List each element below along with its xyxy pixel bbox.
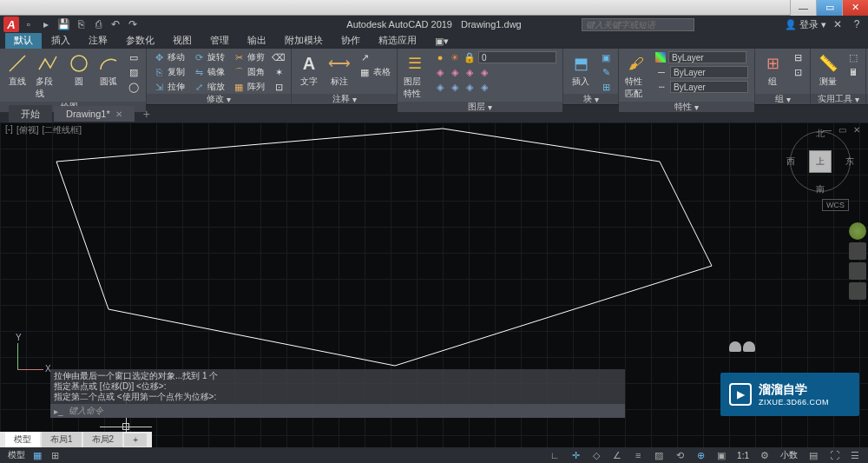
status-decimal[interactable]: 小数: [778, 449, 800, 461]
lineweight-combo[interactable]: ─ByLayer: [653, 65, 751, 79]
customize-button[interactable]: ☰: [847, 449, 863, 461]
chevron-down-icon[interactable]: ▾: [595, 95, 599, 104]
close-button[interactable]: ✕: [842, 0, 868, 16]
cycling-toggle[interactable]: ⟲: [672, 449, 687, 461]
erase-button[interactable]: ⌫: [270, 50, 287, 64]
minimize-button[interactable]: —: [790, 0, 816, 16]
polar-toggle[interactable]: ✛: [568, 449, 583, 461]
offset-button[interactable]: ⊡: [270, 80, 287, 94]
viewcube[interactable]: 北 南 东 西 上: [790, 131, 851, 192]
command-input[interactable]: ▸_ 键入命令: [50, 404, 625, 418]
exchange-icon[interactable]: ✕: [830, 17, 845, 32]
zoom-button[interactable]: [849, 262, 866, 280]
ungroup[interactable]: ⊟: [789, 50, 806, 64]
stretch-button[interactable]: ⇲拉伸: [150, 80, 187, 94]
create-block[interactable]: ▣: [597, 50, 615, 64]
tab-start[interactable]: 开始: [9, 105, 52, 123]
text-button[interactable]: A文字: [295, 50, 323, 89]
viewcube-face[interactable]: 上: [809, 150, 832, 173]
measure-button[interactable]: 📏测量: [814, 50, 842, 89]
drawing-canvas[interactable]: [-] [俯视] [二维线框] — ▭ ✕ Y X 北 南 东 西 上 WCS …: [0, 122, 868, 447]
tab-manage[interactable]: 管理: [201, 32, 238, 49]
transparency-toggle[interactable]: ▨: [651, 449, 667, 461]
grid-toggle[interactable]: ▦: [30, 449, 45, 461]
trim-button[interactable]: ✂修剪: [230, 50, 267, 64]
ortho-toggle[interactable]: ∟: [547, 449, 562, 461]
explode-button[interactable]: ✶: [270, 65, 287, 79]
arc-button[interactable]: 圆弧: [95, 50, 122, 89]
scale-button[interactable]: ⤢缩放: [190, 80, 227, 94]
orbit-button[interactable]: [849, 282, 866, 300]
attr-block[interactable]: ⊞: [597, 80, 615, 94]
chevron-down-icon[interactable]: ▾: [786, 95, 791, 104]
new-icon[interactable]: ▫: [21, 17, 36, 32]
table-button[interactable]: ▦表格: [356, 65, 393, 79]
tab-parametric[interactable]: 参数化: [117, 32, 163, 49]
tab-collab[interactable]: 协作: [332, 32, 369, 49]
layer-state[interactable]: ●☀🔒0: [431, 50, 559, 64]
circle-button[interactable]: 圆: [66, 50, 93, 89]
fillet-button[interactable]: ⌒圆角: [230, 65, 267, 79]
help-search-input[interactable]: [582, 18, 694, 31]
tab-annotate[interactable]: 注释: [80, 32, 116, 49]
rect-button[interactable]: ▭: [125, 50, 142, 64]
tab-view[interactable]: 视图: [164, 32, 201, 49]
move-button[interactable]: ✥移动: [150, 50, 187, 64]
array-button[interactable]: ▦阵列: [230, 80, 267, 94]
layout-add[interactable]: +: [124, 433, 147, 446]
close-icon[interactable]: ✕: [115, 109, 122, 119]
copy-button[interactable]: ⎘复制: [150, 65, 187, 79]
layout-1[interactable]: 布局1: [42, 432, 82, 447]
app-logo[interactable]: A: [3, 17, 19, 32]
group-button[interactable]: ⊞组: [759, 50, 786, 89]
workspace-toggle[interactable]: ▤: [806, 449, 821, 461]
color-combo[interactable]: ByLayer: [653, 50, 751, 64]
matchprops-button[interactable]: 🖌特性匹配: [622, 50, 650, 102]
tab-expand[interactable]: ▣▾: [426, 34, 457, 49]
hatch-button[interactable]: ▨: [125, 65, 142, 79]
edit-block[interactable]: ✎: [597, 65, 615, 79]
maximize-button[interactable]: ▭: [816, 0, 842, 16]
polyline-button[interactable]: 多段线: [33, 50, 63, 102]
qprops-toggle[interactable]: ▣: [713, 449, 729, 461]
snap-toggle[interactable]: ⊞: [47, 449, 62, 461]
login-button[interactable]: 👤 登录 ▾: [785, 18, 826, 31]
wcs-label[interactable]: WCS: [822, 199, 849, 211]
pan-button[interactable]: [849, 242, 866, 260]
status-model[interactable]: 模型: [5, 449, 28, 461]
leader-button[interactable]: ↗: [356, 50, 393, 64]
line-button[interactable]: 直线: [3, 50, 30, 89]
layer-props-button[interactable]: ☰图层特性: [401, 50, 429, 102]
otrack-toggle[interactable]: ∠: [609, 449, 625, 461]
dim-button[interactable]: ⟷标注: [326, 50, 353, 89]
linetype-combo[interactable]: ┄ByLayer: [653, 80, 751, 94]
tab-featured[interactable]: 精选应用: [370, 32, 425, 49]
undo-icon[interactable]: ↶: [108, 17, 123, 32]
select-button[interactable]: ⬚: [845, 50, 862, 64]
layer-tools-2[interactable]: ◈◈◈◈: [431, 80, 559, 94]
insert-button[interactable]: ⬒插入: [567, 50, 595, 89]
mirror-button[interactable]: ⇋镜像: [190, 65, 227, 79]
chevron-down-icon[interactable]: ▾: [694, 103, 699, 112]
layout-model[interactable]: 模型: [5, 432, 40, 447]
ellipse-button[interactable]: ◯: [125, 80, 142, 94]
chevron-down-icon[interactable]: ▾: [488, 103, 492, 112]
dyn-input-toggle[interactable]: ⊕: [693, 449, 708, 461]
calc-button[interactable]: 🖩: [845, 65, 862, 79]
tab-insert[interactable]: 插入: [43, 32, 79, 49]
clean-screen[interactable]: ⛶: [826, 449, 842, 461]
layout-2[interactable]: 布局2: [83, 432, 123, 447]
help-icon[interactable]: ?: [849, 17, 865, 32]
tab-addons[interactable]: 附加模块: [276, 32, 332, 49]
rotate-button[interactable]: ⟳旋转: [190, 50, 227, 64]
osnap-toggle[interactable]: ◇: [589, 449, 604, 461]
chevron-down-icon[interactable]: ▾: [855, 95, 859, 104]
save-icon[interactable]: 💾: [56, 17, 71, 32]
tab-output[interactable]: 输出: [239, 32, 275, 49]
open-icon[interactable]: ▸: [38, 17, 54, 32]
group-edit[interactable]: ⊡: [789, 65, 806, 79]
new-tab-button[interactable]: +: [136, 107, 157, 121]
nav-wheel-button[interactable]: [849, 222, 866, 240]
layer-tools-1[interactable]: ◈◈◈◈: [431, 65, 559, 79]
lweight-toggle[interactable]: ≡: [630, 449, 646, 461]
